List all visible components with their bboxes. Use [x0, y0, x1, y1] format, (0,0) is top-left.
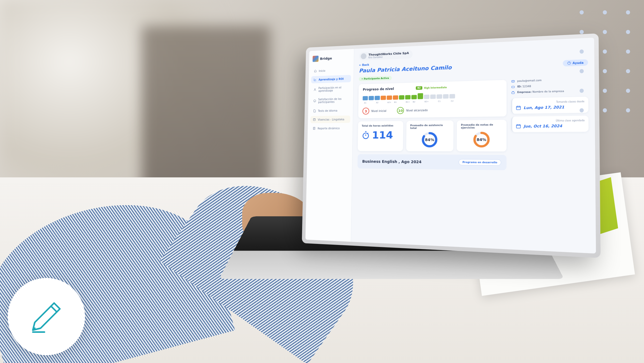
sidebar-item-label: Satisfacción de los participantes: [318, 97, 348, 104]
sidebar-item-label: Tests de idioma: [318, 109, 337, 112]
book-icon: [313, 118, 316, 121]
help-icon: [567, 61, 571, 65]
sidebar-item-aprendizaje[interactable]: Aprendizaje y ROI: [311, 75, 351, 83]
briefcase-icon: [511, 91, 515, 94]
sidebar-item-reporte[interactable]: Reporte dinámico: [310, 125, 350, 132]
grades-value: 84%: [473, 131, 490, 148]
attendance-label: Promedio de asistencia total: [410, 124, 450, 129]
logo-mark-icon: [312, 56, 318, 62]
sidebar-item-label: Visencias - Lingoteka: [318, 118, 344, 121]
id-icon: [511, 85, 515, 89]
program-card[interactable]: Business English , Ago 2024 Programa en …: [358, 154, 507, 170]
level-bar: B2: [363, 91, 502, 101]
main-content: ThoughtWorks Chile SpA Kris González ← B…: [351, 38, 596, 254]
brand-name: Bridge: [320, 56, 332, 61]
sidebar-item-label: Inicio: [319, 69, 325, 72]
sidebar-item-label: Aprendizaje y ROI: [319, 77, 344, 81]
mail-icon: [511, 80, 515, 83]
org-avatar-icon: [361, 53, 366, 59]
sidebar-item-label: Participación en el aprendizaje: [318, 86, 348, 92]
since-card: Tomando clases desde Lun, Ago 17, 2021: [511, 97, 588, 114]
sidebar-item-inicio[interactable]: Inicio: [311, 66, 351, 75]
svg-rect-9: [512, 86, 514, 88]
level-reached: 10 Nivel alcanzado: [397, 106, 428, 114]
last-value: Jue, Oct 16, 2024: [523, 124, 562, 128]
since-label: Tomando clases desde: [516, 100, 584, 104]
sidebar-item-satisfaccion[interactable]: Satisfacción de los participantes: [311, 95, 351, 106]
org-selector[interactable]: ThoughtWorks Chile SpA Kris González: [359, 50, 413, 61]
attendance-value: 84%: [421, 131, 438, 148]
level-reached-value: 10: [397, 107, 404, 114]
sidebar: Bridge Inicio Aprendizaje y ROI Particip…: [305, 49, 354, 242]
level-initial-value: 3: [362, 108, 369, 114]
status-badge: • Participante Activa: [359, 76, 392, 81]
pencil-icon: [27, 297, 66, 336]
sidebar-item-label: Reporte dinámico: [318, 127, 340, 130]
grades-card: Promedio de notas de ejercicios 84%: [457, 120, 506, 152]
contact-email: paula@email.com: [517, 79, 542, 82]
stopwatch-icon: [361, 131, 370, 139]
decorative-dots: [580, 10, 634, 112]
laptop-screen: Bridge Inicio Aprendizaje y ROI Particip…: [302, 33, 601, 258]
corner-badge: [8, 278, 85, 355]
document-icon: [313, 109, 316, 112]
level-initial-label: Nivel inicial: [371, 109, 386, 112]
svg-rect-10: [512, 92, 514, 94]
users-icon: [313, 88, 317, 91]
report-icon: [313, 127, 316, 130]
calendar-icon: [516, 105, 521, 110]
grades-donut: 84%: [473, 131, 490, 148]
svg-point-1: [313, 100, 316, 102]
sidebar-item-tests[interactable]: Tests de idioma: [310, 107, 350, 115]
sidebar-item-participacion[interactable]: Participación en el aprendizaje: [311, 84, 351, 95]
calendar-icon: [516, 123, 521, 129]
home-icon: [314, 69, 317, 72]
attendance-donut: 84%: [421, 131, 438, 148]
attendance-card: Promedio de asistencia total 84%: [406, 120, 453, 151]
last-label: Última clase agendada: [516, 119, 584, 122]
contact-info: paula@email.com ID: 12348 Empresa: Nombr…: [511, 78, 588, 94]
program-title: Business English , Ago 2024: [362, 159, 421, 164]
program-status-badge: Programa en desarrollo: [459, 159, 501, 166]
last-class-card: Última clase agendada Jue, Oct 16, 2024: [511, 116, 589, 132]
hours-label: Total de horas asistidas: [362, 124, 399, 127]
svg-rect-11: [516, 106, 521, 110]
chart-icon: [314, 78, 317, 81]
sidebar-item-visencias[interactable]: Visencias - Lingoteka: [310, 116, 350, 123]
hours-value: 114: [372, 129, 393, 141]
progress-card: Progreso de nivel B2 A1A2: [358, 80, 507, 118]
brand-logo[interactable]: Bridge: [311, 53, 351, 66]
level-badge: B2: [416, 86, 422, 90]
level-reached-label: Nivel alcanzado: [406, 109, 428, 112]
grades-label: Promedio de notas de ejercicios: [461, 123, 502, 129]
hours-card: Total de horas asistidas 114: [358, 121, 403, 151]
since-value: Lun, Ago 17, 2021: [523, 105, 564, 110]
svg-point-0: [315, 89, 316, 90]
svg-rect-12: [516, 125, 521, 128]
smile-icon: [313, 99, 316, 102]
level-initial: 3 Nivel inicial: [362, 107, 386, 114]
